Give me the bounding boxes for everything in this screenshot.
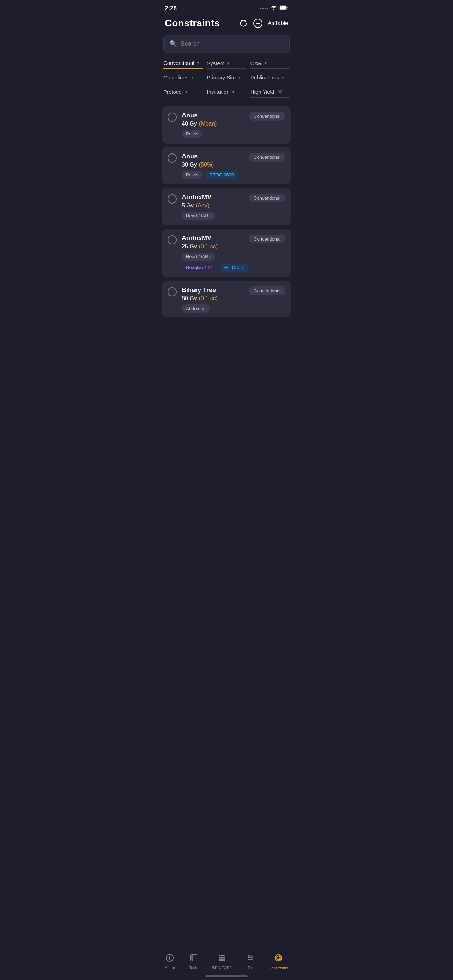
filter-system[interactable]: System ▼ [207, 60, 246, 69]
chevron-protocol: ▼ [185, 90, 188, 94]
filter-primary-site-label: Primary Site [207, 75, 236, 80]
card-content: Anus 30 Gy (50%) Pelvis RTOG 0630 [182, 153, 238, 179]
card-content: Biliary Tree 80 Gy (0.1 cc) Abdomen [182, 286, 218, 313]
card-name: Aortic/MV [182, 235, 249, 242]
tag-hodgkin: Hodgkin 4.21 [182, 264, 217, 272]
search-icon: 🔍 [169, 40, 177, 48]
card-content: Anus 40 Gy (Mean) Pelvis [182, 112, 217, 138]
filter-high-yield-label: High Yield [251, 89, 275, 95]
card-dose: 5 Gy [182, 202, 194, 209]
filter-oar[interactable]: OAR ▼ [251, 60, 290, 69]
tag-fil-chest: FIL Chest [220, 264, 248, 272]
card-name: Anus [182, 153, 238, 160]
search-section: 🔍 Search [158, 35, 295, 60]
refresh-button[interactable] [239, 19, 248, 28]
chevron-publications: ▼ [281, 75, 285, 80]
battery-icon [279, 5, 288, 12]
filter-institution-label: Institution [207, 89, 229, 95]
svg-rect-1 [280, 6, 286, 9]
filter-publications-label: Publications [251, 75, 279, 80]
table-row[interactable]: Biliary Tree 80 Gy (0.1 cc) Abdomen Conv… [162, 281, 291, 317]
app-header: Constraints AirTable [158, 15, 295, 35]
dose-qualifier: (Any) [196, 202, 209, 209]
radio-button[interactable] [168, 153, 177, 162]
search-box[interactable]: 🔍 Search [163, 35, 290, 53]
card-name: Aortic/MV [182, 194, 215, 201]
cards-list: Anus 40 Gy (Mean) Pelvis Conventional [158, 103, 295, 320]
card-dose-row: 25 Gy (0.1 cc) [182, 243, 249, 250]
table-row[interactable]: Aortic/MV 25 Gy (0.1 cc) Heart OARs Hodg… [162, 229, 291, 277]
card-tags: Pelvis RTOG 0630 [182, 171, 238, 179]
radio-button[interactable] [168, 235, 177, 245]
filter-conventional-label: Conventional [163, 60, 194, 66]
add-button[interactable] [253, 18, 263, 28]
filters-section: Conventional ▼ System ▼ OAR ▼ Guidelines… [158, 60, 295, 103]
dose-qualifier: (0.1 cc) [199, 295, 218, 302]
filter-row-2: Guidelines ▼ Primary Site ▼ Publications… [163, 75, 290, 83]
card-content: Aortic/MV 25 Gy (0.1 cc) Heart OARs Hodg… [182, 235, 249, 272]
header-actions: AirTable [239, 18, 288, 28]
filter-primary-site[interactable]: Primary Site ▼ [207, 75, 246, 83]
filter-guidelines-label: Guidelines [163, 75, 188, 80]
card-dose-row: 30 Gy (50%) [182, 162, 238, 168]
signal-icon [260, 8, 269, 9]
tag-heart-oars: Heart OARs [182, 212, 215, 220]
card-badge-conventional: Conventional [249, 286, 285, 295]
tag-rtog: RTOG 0630 [205, 171, 238, 179]
card-dose: 40 Gy [182, 121, 197, 127]
card-badge-conventional: Conventional [249, 112, 285, 121]
card-tags: Heart OARs Hodgkin 4.21 FIL Chest [182, 253, 249, 272]
card-dose-row: 40 Gy (Mean) [182, 121, 217, 127]
tag-pelvis: Pelvis [182, 130, 202, 138]
card-dose: 25 Gy [182, 243, 197, 250]
card-dose: 80 Gy [182, 295, 197, 302]
card-content: Aortic/MV 5 Gy (Any) Heart OARs [182, 194, 215, 220]
chevron-primary-site: ▼ [238, 75, 241, 80]
table-row[interactable]: Aortic/MV 5 Gy (Any) Heart OARs Conventi… [162, 188, 291, 226]
card-tags: Heart OARs [182, 212, 215, 220]
chevron-institution: ▼ [232, 90, 235, 94]
wifi-icon [270, 5, 277, 12]
filter-guidelines[interactable]: Guidelines ▼ [163, 75, 202, 83]
filter-row-3: Protocol ▼ Institution ▼ High Yield ✕ [163, 89, 290, 98]
radio-button[interactable] [168, 113, 177, 122]
radio-button[interactable] [168, 287, 177, 296]
chevron-guidelines: ▼ [191, 75, 194, 80]
filter-protocol-label: Protocol [163, 89, 183, 95]
dose-qualifier: (50%) [199, 162, 214, 168]
tag-heart-oars: Heart OARs [182, 253, 215, 261]
tag-pelvis: Pelvis [182, 171, 202, 179]
card-dose-row: 80 Gy (0.1 cc) [182, 295, 218, 302]
card-badge-conventional: Conventional [249, 235, 285, 243]
card-dose: 30 Gy [182, 162, 197, 168]
chevron-system: ▼ [227, 61, 230, 65]
table-row[interactable]: Anus 40 Gy (Mean) Pelvis Conventional [162, 106, 291, 143]
chevron-conventional: ▼ [197, 61, 200, 65]
high-yield-close-icon[interactable]: ✕ [278, 89, 282, 95]
card-dose-row: 5 Gy (Any) [182, 202, 215, 209]
card-badge-conventional: Conventional [249, 153, 285, 162]
app-title: Constraints [165, 18, 233, 29]
tag-abdomen: Abdomen [182, 304, 210, 313]
filter-high-yield[interactable]: High Yield ✕ [251, 89, 290, 98]
card-tags: Abdomen [182, 304, 218, 313]
filter-publications[interactable]: Publications ▼ [251, 75, 290, 83]
search-placeholder: Search [181, 40, 200, 47]
filter-row-1: Conventional ▼ System ▼ OAR ▼ [163, 60, 290, 69]
filter-conventional[interactable]: Conventional ▼ [163, 60, 202, 69]
airtable-link[interactable]: AirTable [268, 20, 288, 27]
filter-institution[interactable]: Institution ▼ [207, 89, 246, 97]
chevron-oar: ▼ [264, 61, 267, 65]
card-badge-conventional: Conventional [249, 194, 285, 202]
dose-qualifier: (0.1 cc) [199, 243, 218, 250]
filter-oar-label: OAR [251, 60, 262, 66]
filter-protocol[interactable]: Protocol ▼ [163, 89, 202, 97]
radio-button[interactable] [168, 194, 177, 204]
dose-qualifier: (Mean) [199, 121, 217, 127]
status-icons [260, 5, 288, 12]
filter-system-label: System [207, 60, 224, 66]
card-tags: Pelvis [182, 130, 217, 138]
status-time: 2:28 [165, 5, 177, 12]
table-row[interactable]: Anus 30 Gy (50%) Pelvis RTOG 0630 Conven… [162, 147, 291, 185]
card-name: Biliary Tree [182, 286, 218, 294]
